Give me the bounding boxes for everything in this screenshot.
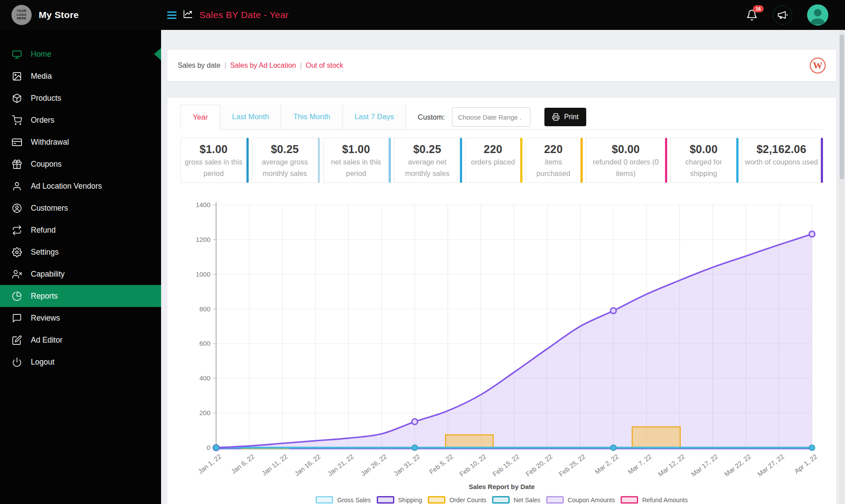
logo-line: LOGO xyxy=(17,13,27,17)
tab-year[interactable]: Year xyxy=(180,105,220,130)
legend-item-gross-sales[interactable]: Gross Sales xyxy=(316,496,371,504)
user-avatar[interactable] xyxy=(807,4,828,26)
power-icon xyxy=(11,357,22,367)
sidebar-item-customers[interactable]: Customers xyxy=(0,197,161,219)
sidebar-item-capability[interactable]: Capability xyxy=(0,263,161,285)
topbar: YOUR LOGO HERE My Store Sales BY Date - … xyxy=(0,0,845,30)
sidebar-item-products[interactable]: Products xyxy=(0,87,161,109)
legend-item-coupon-amounts[interactable]: Coupon Amounts xyxy=(546,496,615,504)
svg-text:Mar 22, 22: Mar 22, 22 xyxy=(723,453,752,478)
svg-text:1200: 1200 xyxy=(196,236,210,243)
legend-label: Refund Amounts xyxy=(642,497,688,504)
image-icon xyxy=(11,71,22,81)
sidebar-item-logout[interactable]: Logout xyxy=(0,351,161,373)
breadcrumb-item[interactable]: Sales by Ad Location xyxy=(230,62,296,69)
active-indicator-arrow xyxy=(154,48,161,60)
legend-item-shipping[interactable]: Shipping xyxy=(377,496,422,504)
logo-line: HERE xyxy=(17,17,26,21)
sidebar-item-media[interactable]: Media xyxy=(0,65,161,87)
user-x-icon xyxy=(11,269,22,279)
stats-row: $1.00gross sales in this period$0.25aver… xyxy=(180,138,823,183)
print-button[interactable]: Print xyxy=(544,108,586,126)
stat-value: 220 xyxy=(468,143,518,156)
svg-text:600: 600 xyxy=(199,340,210,347)
svg-text:Mar 27, 22: Mar 27, 22 xyxy=(756,453,786,478)
stat-value: $1.00 xyxy=(326,143,386,156)
hamburger-menu-icon[interactable] xyxy=(167,11,176,19)
svg-text:800: 800 xyxy=(199,305,210,313)
sidebar-item-settings[interactable]: Settings xyxy=(0,241,161,263)
breadcrumb-item[interactable]: Out of stock xyxy=(306,62,343,69)
legend-item-net-sales[interactable]: Net Sales xyxy=(492,496,540,504)
svg-text:Feb 5, 22: Feb 5, 22 xyxy=(428,453,454,475)
settings-icon xyxy=(11,247,22,257)
custom-label: Custom: xyxy=(418,113,445,121)
stat-label: charged for shipping xyxy=(673,157,734,179)
legend-item-order-counts[interactable]: Order Counts xyxy=(428,496,486,504)
sidebar-item-refund[interactable]: Refund xyxy=(0,219,161,241)
svg-text:Mar 17, 22: Mar 17, 22 xyxy=(690,453,719,478)
gift-icon xyxy=(11,159,22,169)
stat-value: $0.25 xyxy=(255,143,315,156)
svg-text:Jan 11, 22: Jan 11, 22 xyxy=(260,453,289,477)
stat-card: $1.00net sales in this period xyxy=(323,138,391,183)
date-range-input[interactable] xyxy=(452,107,530,127)
scrollbar-track[interactable] xyxy=(839,30,845,504)
sidebar-item-label: Settings xyxy=(31,248,59,257)
tab-last-7-days[interactable]: Last 7 Days xyxy=(343,105,407,129)
brand-name: My Store xyxy=(39,10,79,20)
legend-swatch xyxy=(377,496,394,504)
stat-card: $0.00refunded 0 orders (0 items) xyxy=(586,138,667,183)
scrollbar-thumb[interactable] xyxy=(840,34,844,179)
sidebar-item-reports[interactable]: Reports xyxy=(0,285,161,307)
store-logo[interactable]: YOUR LOGO HERE xyxy=(11,5,32,25)
stat-card: 220items purchased xyxy=(525,138,583,183)
topbar-right: 16 xyxy=(746,4,845,26)
legend-label: Shipping xyxy=(398,497,422,504)
sidebar-item-label: Withdrawal xyxy=(31,138,69,147)
wordpress-icon[interactable]: W xyxy=(810,58,826,73)
notifications-button[interactable]: 16 xyxy=(746,9,758,21)
sidebar-item-ad-location-vendors[interactable]: Ad Location Vendors xyxy=(0,175,161,197)
stat-label: refunded 0 orders (0 items) xyxy=(589,157,662,179)
sidebar-item-label: Products xyxy=(31,94,61,103)
printer-icon xyxy=(552,113,560,121)
svg-text:Apr 1, 22: Apr 1, 22 xyxy=(793,453,818,475)
sidebar-item-home[interactable]: Home xyxy=(0,43,161,65)
person-silhouette-icon xyxy=(807,4,828,26)
sidebar-item-label: Home xyxy=(31,50,51,59)
tab-last-month[interactable]: Last Month xyxy=(220,105,281,129)
page-title: Sales BY Date - Year xyxy=(199,10,289,20)
svg-text:1000: 1000 xyxy=(196,270,210,278)
svg-text:Feb 10, 22: Feb 10, 22 xyxy=(458,453,488,478)
svg-text:Mar 2, 22: Mar 2, 22 xyxy=(593,453,620,475)
stat-card: $0.25average gross monthly sales xyxy=(252,138,320,183)
sidebar-item-reviews[interactable]: Reviews xyxy=(0,307,161,329)
sidebar-item-label: Ad Editor xyxy=(31,336,62,345)
stat-card: $2,162.06worth of coupons used xyxy=(742,138,823,183)
svg-text:0: 0 xyxy=(207,444,210,451)
print-label: Print xyxy=(564,113,579,121)
sidebar-item-coupons[interactable]: Coupons xyxy=(0,153,161,175)
sidebar-item-label: Media xyxy=(31,72,52,81)
sidebar-item-orders[interactable]: Orders xyxy=(0,109,161,131)
stat-label: average gross monthly sales xyxy=(255,157,315,179)
announcements-button[interactable] xyxy=(773,5,792,25)
tab-this-month[interactable]: This Month xyxy=(281,105,342,129)
legend-swatch xyxy=(316,496,333,504)
stat-label: orders placed xyxy=(468,157,518,168)
sidebar: HomeMediaProductsOrdersWithdrawalCoupons… xyxy=(0,30,161,504)
svg-text:400: 400 xyxy=(199,374,210,382)
sidebar-item-ad-editor[interactable]: Ad Editor xyxy=(0,329,161,351)
stat-card: $1.00gross sales in this period xyxy=(180,138,249,183)
breadcrumb-item: Sales by date xyxy=(178,62,220,69)
sidebar-item-label: Customers xyxy=(31,204,68,213)
svg-text:Feb 25, 22: Feb 25, 22 xyxy=(557,453,587,478)
sidebar-item-withdrawal[interactable]: Withdrawal xyxy=(0,131,161,153)
stat-value: $0.00 xyxy=(673,143,734,156)
report-card: YearLast MonthThis MonthLast 7 Days Cust… xyxy=(167,98,836,504)
legend-swatch xyxy=(546,496,564,504)
legend-item-refund-amounts[interactable]: Refund Amounts xyxy=(621,496,688,504)
legend-label: Coupon Amounts xyxy=(568,497,615,504)
svg-text:Jan 21, 22: Jan 21, 22 xyxy=(326,453,355,478)
